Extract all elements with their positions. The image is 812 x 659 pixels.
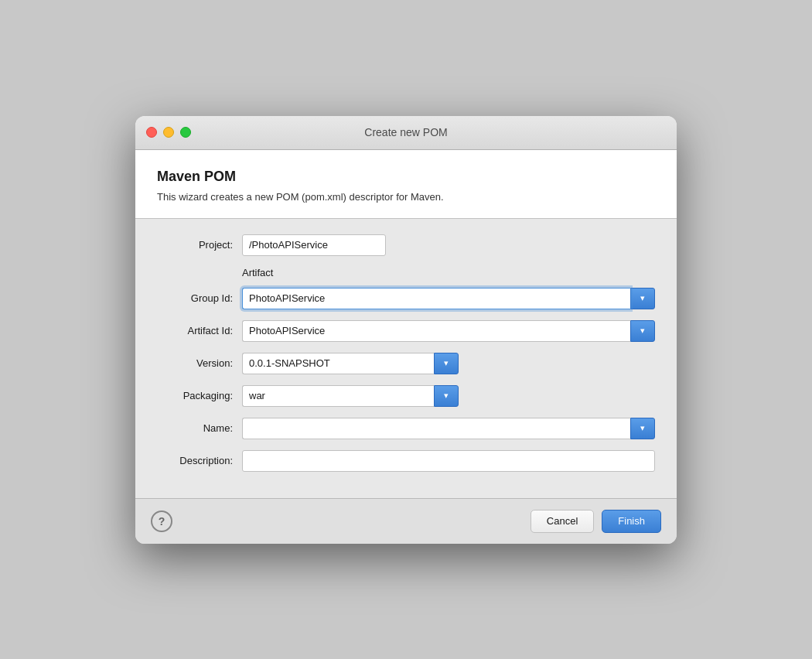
name-dropdown-button[interactable]: ▾ <box>630 418 655 439</box>
name-field: ▾ <box>242 418 655 439</box>
traffic-lights <box>146 127 191 138</box>
name-label: Name: <box>157 422 242 434</box>
group-id-field: ▾ <box>242 288 655 309</box>
chevron-down-icon: ▾ <box>640 294 645 302</box>
packaging-label: Packaging: <box>157 390 242 401</box>
name-row: Name: ▾ <box>157 418 655 439</box>
description-input[interactable] <box>242 450 655 472</box>
footer-section: ? Cancel Finish <box>135 498 677 544</box>
chevron-down-icon: ▾ <box>444 391 449 400</box>
group-id-row: Group Id: ▾ <box>157 288 655 309</box>
finish-button[interactable]: Finish <box>602 510 661 533</box>
content-section: Project: Artifact Group Id: ▾ Artifact I… <box>135 219 677 498</box>
version-label: Version: <box>157 357 242 369</box>
artifact-id-field: ▾ <box>242 320 655 342</box>
artifact-id-row: Artifact Id: ▾ <box>157 320 655 342</box>
cancel-button[interactable]: Cancel <box>531 510 594 533</box>
version-dropdown-button[interactable]: ▾ <box>434 353 459 374</box>
version-row: Version: ▾ <box>157 353 655 374</box>
chevron-down-icon: ▾ <box>444 359 449 367</box>
group-id-dropdown-button[interactable]: ▾ <box>630 288 655 309</box>
dialog: Create new POM Maven POM This wizard cre… <box>135 116 677 544</box>
description-row: Description: <box>157 450 655 472</box>
help-button[interactable]: ? <box>151 510 172 532</box>
name-input[interactable] <box>242 418 630 439</box>
window-title: Create new POM <box>364 126 447 138</box>
project-input-wrapper <box>242 234 655 256</box>
footer-buttons: Cancel Finish <box>531 510 661 533</box>
minimize-button[interactable] <box>163 127 174 138</box>
group-id-label: Group Id: <box>157 292 242 304</box>
artifact-id-input[interactable] <box>242 320 630 342</box>
header-description: This wizard creates a new POM (pom.xml) … <box>157 191 655 203</box>
maximize-button[interactable] <box>180 127 191 138</box>
version-field: ▾ <box>242 353 459 374</box>
close-button[interactable] <box>146 127 157 138</box>
header-section: Maven POM This wizard creates a new POM … <box>135 150 677 219</box>
description-label: Description: <box>157 455 242 466</box>
chevron-down-icon: ▾ <box>640 424 645 432</box>
packaging-row: Packaging: ▾ <box>157 385 655 407</box>
project-label: Project: <box>157 239 242 251</box>
artifact-section-label: Artifact <box>157 267 655 278</box>
packaging-dropdown-button[interactable]: ▾ <box>434 385 459 407</box>
version-input[interactable] <box>242 353 434 374</box>
project-row: Project: <box>157 234 655 256</box>
packaging-field: ▾ <box>242 385 459 407</box>
artifact-id-label: Artifact Id: <box>157 325 242 336</box>
chevron-down-icon: ▾ <box>640 326 645 335</box>
group-id-input[interactable] <box>242 288 630 309</box>
header-title: Maven POM <box>157 169 655 185</box>
artifact-id-dropdown-button[interactable]: ▾ <box>630 320 655 342</box>
title-bar: Create new POM <box>135 116 677 150</box>
packaging-input[interactable] <box>242 385 434 407</box>
project-input[interactable] <box>242 234 386 256</box>
